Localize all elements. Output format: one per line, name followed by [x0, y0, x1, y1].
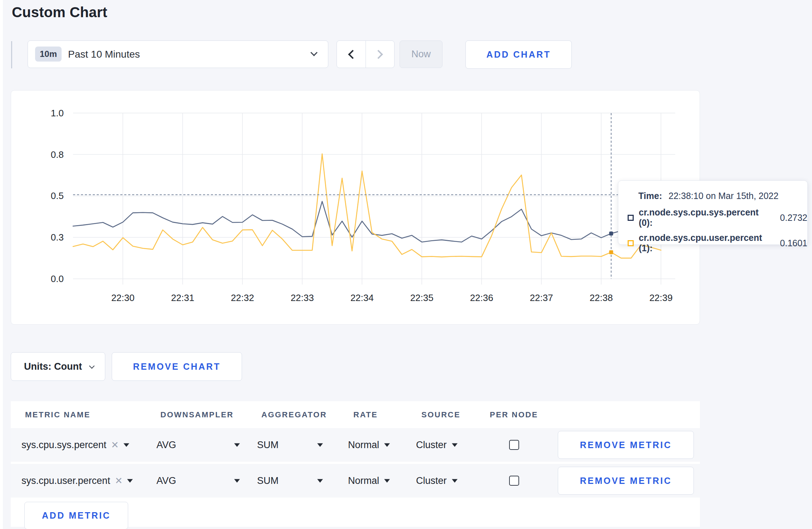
downsampler-value: AVG	[156, 440, 176, 451]
source-select[interactable]: Cluster	[416, 475, 458, 486]
svg-text:22:30: 22:30	[111, 292, 135, 303]
col-header-downsampler: DOWNSAMPLER	[160, 410, 234, 419]
col-header-source: SOURCE	[421, 410, 460, 419]
chevron-right-icon	[374, 50, 383, 59]
col-header-metric-name: METRIC NAME	[25, 410, 91, 419]
per-node-checkbox[interactable]	[509, 440, 519, 450]
svg-text:22:37: 22:37	[530, 292, 553, 303]
metric-name-select[interactable]: sys.cpu.sys.percent ✕	[21, 440, 129, 451]
downsampler-select[interactable]: AVG	[156, 475, 240, 486]
svg-text:22:31: 22:31	[171, 292, 194, 303]
clear-metric-icon[interactable]: ✕	[111, 440, 119, 451]
svg-text:22:36: 22:36	[470, 292, 493, 303]
time-range-label: Past 10 Minutes	[68, 49, 140, 60]
aggregator-value: SUM	[257, 475, 279, 486]
page-title: Custom Chart	[12, 4, 107, 20]
sys-series-swatch-icon	[628, 215, 634, 221]
chevron-down-icon	[89, 363, 95, 369]
tooltip-series-row: cr.node.sys.cpu.user.percent (1): 0.1601	[628, 233, 807, 253]
per-node-checkbox[interactable]	[509, 476, 519, 486]
caret-down-icon	[317, 443, 323, 447]
svg-text:22:34: 22:34	[351, 292, 374, 303]
rate-value: Normal	[348, 475, 379, 486]
toolbar-divider	[11, 41, 12, 68]
caret-down-icon	[127, 479, 133, 482]
tooltip-series-value: 0.2732	[780, 213, 807, 223]
caret-down-icon	[234, 479, 240, 482]
time-range-badge: 10m	[35, 47, 62, 62]
svg-text:22:39: 22:39	[649, 292, 673, 303]
svg-text:0.5: 0.5	[51, 190, 64, 201]
svg-text:0.0: 0.0	[51, 273, 64, 284]
metric-name-select[interactable]: sys.cpu.user.percent ✕	[21, 475, 133, 486]
remove-metric-button[interactable]: REMOVE METRIC	[558, 467, 694, 495]
metrics-table-header: METRIC NAME DOWNSAMPLER AGGREGATOR RATE …	[11, 401, 700, 428]
user-series-swatch-icon	[628, 240, 634, 246]
tooltip-series-value: 0.1601	[780, 238, 807, 248]
clear-metric-icon[interactable]: ✕	[115, 475, 123, 486]
aggregator-select[interactable]: SUM	[257, 475, 323, 486]
tooltip-time: Time:22:38:10 on Mar 15th, 2022	[638, 191, 807, 201]
svg-text:22:32: 22:32	[231, 292, 254, 303]
tooltip-time-label: Time:	[638, 191, 662, 201]
metric-row: sys.cpu.sys.percent ✕ AVG SUM Normal Clu…	[11, 428, 700, 462]
left-gutter	[0, 0, 3, 529]
svg-text:0.8: 0.8	[51, 149, 64, 160]
tooltip-series-name: cr.node.sys.cpu.user.percent (1):	[639, 233, 774, 253]
units-label: Units: Count	[24, 361, 82, 372]
caret-down-icon	[384, 443, 390, 447]
svg-text:22:33: 22:33	[291, 292, 314, 303]
remove-metric-button[interactable]: REMOVE METRIC	[558, 431, 694, 459]
rate-value: Normal	[348, 440, 379, 451]
svg-text:1.0: 1.0	[51, 108, 64, 118]
caret-down-icon	[234, 443, 240, 447]
downsampler-value: AVG	[156, 475, 176, 486]
source-value: Cluster	[416, 475, 447, 486]
metrics-table: METRIC NAME DOWNSAMPLER AGGREGATOR RATE …	[11, 401, 700, 527]
caret-down-icon	[452, 479, 458, 482]
time-pager	[337, 40, 395, 68]
svg-text:22:38: 22:38	[590, 292, 613, 303]
metric-name-label: sys.cpu.sys.percent	[21, 440, 106, 451]
metric-row: sys.cpu.user.percent ✕ AVG SUM Normal Cl…	[11, 464, 700, 498]
source-value: Cluster	[416, 440, 447, 451]
caret-down-icon	[317, 479, 323, 482]
remove-chart-button[interactable]: REMOVE CHART	[112, 352, 242, 381]
downsampler-select[interactable]: AVG	[156, 440, 240, 451]
tooltip-series-row: cr.node.sys.cpu.sys.percent (0): 0.2732	[628, 207, 807, 228]
prev-range-button[interactable]	[337, 41, 366, 68]
aggregator-value: SUM	[257, 440, 279, 451]
source-select[interactable]: Cluster	[416, 440, 458, 451]
chevron-down-icon	[310, 49, 318, 56]
rate-select[interactable]: Normal	[348, 475, 390, 486]
next-range-button[interactable]	[366, 41, 395, 68]
chart-tooltip: Time:22:38:10 on Mar 15th, 2022 cr.node.…	[618, 180, 808, 245]
units-select[interactable]: Units: Count	[11, 352, 105, 381]
aggregator-select[interactable]: SUM	[257, 440, 323, 451]
tooltip-series-name: cr.node.sys.cpu.sys.percent (0):	[639, 207, 774, 228]
caret-down-icon	[384, 479, 390, 482]
svg-text:0.3: 0.3	[51, 232, 64, 243]
tooltip-time-value: 22:38:10 on Mar 15th, 2022	[668, 191, 778, 201]
caret-down-icon	[452, 443, 458, 447]
svg-text:22:35: 22:35	[410, 292, 434, 303]
caret-down-icon	[124, 443, 129, 447]
col-header-aggregator: AGGREGATOR	[261, 410, 327, 419]
now-button[interactable]: Now	[400, 40, 443, 68]
col-header-per-node: PER NODE	[490, 410, 538, 419]
chart-canvas[interactable]: 0.00.30.50.81.022:3022:3122:3222:3322:34…	[11, 91, 700, 325]
col-header-rate: RATE	[353, 410, 378, 419]
time-range-select[interactable]: 10m Past 10 Minutes	[28, 40, 328, 68]
chevron-left-icon	[348, 50, 357, 59]
add-metric-button[interactable]: ADD METRIC	[24, 502, 128, 529]
rate-select[interactable]: Normal	[348, 440, 390, 451]
chart-card: 0.00.30.50.81.022:3022:3122:3222:3322:34…	[11, 90, 700, 325]
metric-name-label: sys.cpu.user.percent	[21, 475, 110, 486]
add-chart-button[interactable]: ADD CHART	[465, 40, 572, 69]
